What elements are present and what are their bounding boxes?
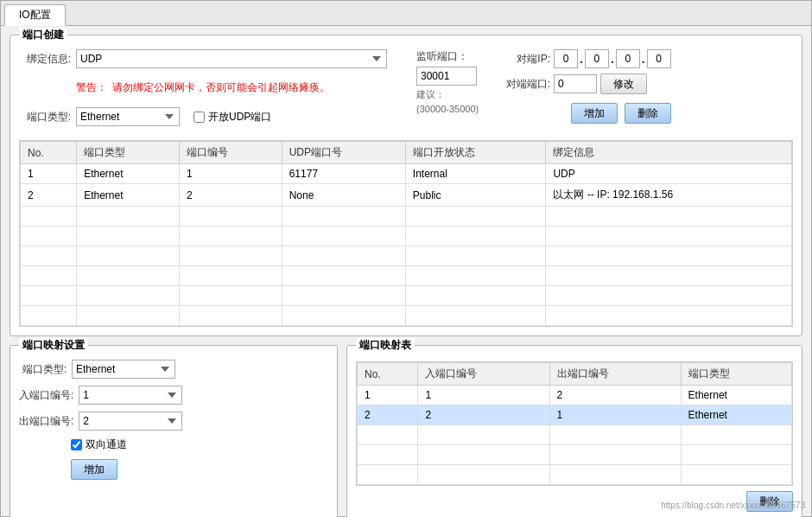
map-port-type-label: 端口类型: [19, 362, 67, 377]
mapping-table-wrapper: No. 入端口编号 出端口编号 端口类型 1 1 2 Ethernet 2 2 [356, 361, 793, 486]
port-creation-panel: 端口创建 绑定信息: UDP [10, 35, 802, 336]
table-row [21, 306, 792, 326]
remote-port-row: 对端端口: 修改 [503, 73, 671, 94]
map-port-type-row: 端口类型: Ethernet [19, 360, 328, 379]
ip-octet-3[interactable] [616, 49, 640, 68]
table-header-row: No. 端口类型 端口编号 UDP端口号 端口开放状态 绑定信息 [21, 142, 792, 164]
listen-label: 监听端口： [416, 49, 494, 64]
mth-in: 入端口编号 [418, 363, 549, 386]
remote-port-input[interactable] [554, 74, 597, 93]
mapping-table-title: 端口映射表 [356, 338, 415, 353]
out-port-label: 出端口编号: [19, 414, 73, 429]
remote-port-label: 对端端口: [503, 77, 550, 92]
table-row [21, 266, 792, 286]
th-binding: 绑定信息 [546, 142, 792, 164]
modify-button[interactable]: 修改 [600, 73, 647, 94]
table-row [21, 286, 792, 306]
port-table: No. 端口类型 端口编号 UDP端口号 端口开放状态 绑定信息 1 Ether… [20, 141, 792, 326]
add-button[interactable]: 增加 [571, 103, 618, 124]
port-type-label: 端口类型: [19, 110, 71, 124]
ip-octet-2[interactable] [585, 49, 609, 68]
mth-no: No. [358, 363, 418, 386]
binding-select[interactable]: UDP [76, 49, 387, 68]
table-row [21, 246, 792, 266]
map-add-button[interactable]: 增加 [71, 459, 117, 480]
tab-bar: IO配置 [1, 1, 811, 26]
mapping-table-content: No. 入端口编号 出端口编号 端口类型 1 1 2 Ethernet 2 2 [356, 361, 793, 512]
list-item [358, 425, 792, 445]
in-port-label: 入端口编号: [19, 388, 73, 403]
table-row: 1 Ethernet 1 61177 Internal UDP [21, 164, 792, 184]
bidirectional-checkbox[interactable] [71, 439, 82, 450]
mapping-table: No. 入端口编号 出端口编号 端口类型 1 1 2 Ethernet 2 2 [357, 362, 792, 485]
th-udp: UDP端口号 [282, 142, 405, 164]
list-item: 2 2 1 Ethernet [358, 405, 792, 425]
remote-ip-label: 对端IP: [503, 52, 550, 67]
list-item [358, 465, 792, 485]
th-status: 端口开放状态 [405, 142, 546, 164]
listen-section: 监听端口： 建议： (30000-35000) [416, 49, 494, 114]
mapping-settings-panel: 端口映射设置 端口类型: Ethernet 入端口编号: 1 [10, 345, 338, 517]
suggest-label: 建议： [416, 88, 494, 101]
ip-octet-1[interactable] [554, 49, 578, 68]
in-port-select[interactable]: 1 [79, 386, 182, 405]
main-content: 端口创建 绑定信息: UDP [1, 26, 811, 517]
mth-type: 端口类型 [681, 363, 791, 386]
map-add-btn-area: 增加 [71, 459, 328, 480]
ip-inputs: . . . [554, 49, 671, 68]
table-row: 2 Ethernet 2 None Public 以太网 -- IP: 192.… [21, 184, 792, 207]
listen-input[interactable] [416, 67, 477, 86]
binding-row: 绑定信息: UDP [19, 49, 408, 68]
out-port-row: 出端口编号: 2 [19, 412, 328, 431]
map-port-type-select[interactable]: Ethernet [72, 360, 175, 379]
port-type-row: 端口类型: Ethernet 开放UDP端口 [19, 107, 408, 126]
in-port-row: 入端口编号: 1 [19, 386, 328, 405]
udp-checkbox[interactable] [193, 112, 205, 123]
suggest-value: (30000-35000) [416, 104, 494, 114]
th-type: 端口类型 [77, 142, 180, 164]
watermark: https://blog.csdn.net/xxxxxx58667573 [661, 501, 805, 510]
port-table-wrapper: No. 端口类型 端口编号 UDP端口号 端口开放状态 绑定信息 1 Ether… [19, 140, 793, 327]
port-creation-content: 绑定信息: UDP 警告： 请勿绑定公网网卡，否则可能会引起网络瘫痪。 [19, 49, 793, 327]
mapping-settings-content: 端口类型: Ethernet 入端口编号: 1 出端口编号: [19, 360, 328, 480]
delete-button[interactable]: 删除 [625, 103, 671, 124]
warning-prefix: 警告： [76, 80, 107, 95]
warning-row: 警告： 请勿绑定公网网卡，否则可能会引起网络瘫痪。 [76, 80, 408, 95]
port-creation-title: 端口创建 [19, 28, 67, 42]
table-row [21, 227, 792, 246]
bidirectional-label: 双向通道 [86, 437, 127, 452]
mapping-table-panel: 端口映射表 No. 入端口编号 出端口编号 端口类型 [346, 345, 802, 517]
remote-ip-row: 对端IP: . . . [503, 49, 671, 68]
table-row [21, 207, 792, 227]
port-type-select[interactable]: Ethernet [76, 107, 180, 126]
mapping-header-row: No. 入端口编号 出端口编号 端口类型 [358, 363, 792, 386]
list-item [358, 445, 792, 465]
remote-section: 对端IP: . . . 对端 [503, 49, 671, 124]
tab-io-config[interactable]: IO配置 [4, 4, 66, 26]
ip-octet-4[interactable] [647, 49, 671, 68]
out-port-select[interactable]: 2 [79, 412, 182, 431]
action-buttons: 增加 删除 [503, 103, 671, 124]
mth-out: 出端口编号 [549, 363, 681, 386]
mapping-settings-title: 端口映射设置 [19, 338, 88, 353]
binding-label: 绑定信息: [19, 52, 71, 67]
warning-text: 请勿绑定公网网卡，否则可能会引起网络瘫痪。 [112, 80, 330, 95]
bottom-panels: 端口映射设置 端口类型: Ethernet 入端口编号: 1 [10, 345, 802, 517]
udp-checkbox-row: 开放UDP端口 [193, 110, 271, 124]
udp-checkbox-label: 开放UDP端口 [208, 110, 271, 124]
th-num: 端口编号 [179, 142, 282, 164]
bidirectional-row: 双向通道 [71, 437, 328, 452]
list-item: 1 1 2 Ethernet [358, 386, 792, 405]
th-no: No. [21, 142, 77, 164]
main-window: IO配置 端口创建 绑定信息: UDP [0, 0, 812, 517]
